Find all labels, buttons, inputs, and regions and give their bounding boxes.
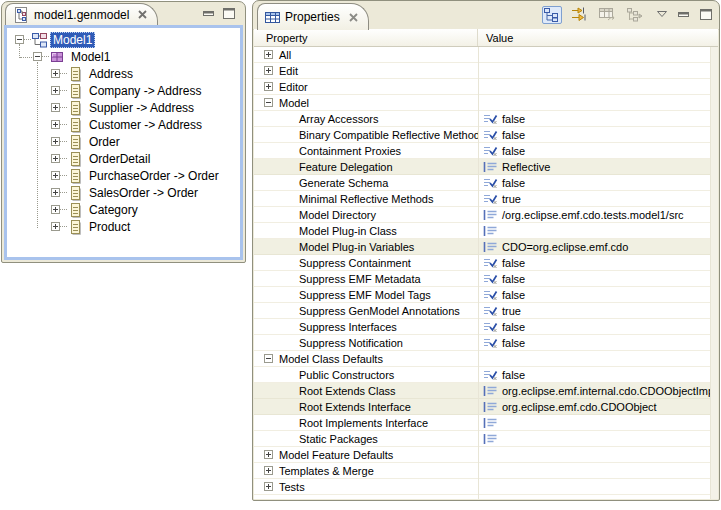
property-row[interactable]: Root Implements Interface: [254, 415, 718, 431]
tree-item[interactable]: Customer -> Address: [7, 116, 240, 133]
tree-item[interactable]: Model1: [7, 48, 240, 65]
properties-tab-close-icon[interactable]: [349, 13, 358, 22]
expand-toggle-icon[interactable]: [264, 50, 273, 59]
value-cell[interactable]: false: [478, 367, 718, 382]
expand-toggle-icon[interactable]: [264, 82, 273, 91]
property-row[interactable]: Model Plug-in Class: [254, 223, 718, 239]
value-cell[interactable]: org.eclipse.emf.cdo.CDOObject: [478, 399, 718, 414]
expand-toggle-icon[interactable]: [51, 69, 60, 78]
property-row[interactable]: Suppress Interfacesfalse: [254, 319, 718, 335]
expand-toggle-icon[interactable]: [264, 466, 273, 475]
expand-toggle-icon[interactable]: [51, 137, 60, 146]
editor-maximize-icon[interactable]: [223, 8, 235, 19]
property-row[interactable]: Suppress Containmentfalse: [254, 255, 718, 271]
category-row[interactable]: All: [254, 47, 718, 63]
pin-to-selection-button[interactable]: [625, 6, 645, 24]
value-cell[interactable]: [478, 223, 718, 238]
expand-toggle-icon[interactable]: [51, 205, 60, 214]
show-advanced-properties-button[interactable]: [569, 5, 590, 24]
value-cell[interactable]: false: [478, 271, 718, 286]
property-row[interactable]: Feature DelegationReflective: [254, 159, 718, 175]
tree-item[interactable]: Model1: [7, 31, 240, 48]
value-cell[interactable]: false: [478, 127, 718, 142]
tree-item[interactable]: SalesOrder -> Order: [7, 184, 240, 201]
editor-tab-model1-genmodel[interactable]: model1.genmodel: [5, 3, 158, 25]
tree-item[interactable]: Category: [7, 201, 240, 218]
expand-toggle-icon[interactable]: [51, 86, 60, 95]
value-cell[interactable]: CDO=org.eclipse.emf.cdo: [478, 239, 718, 254]
property-row[interactable]: Suppress EMF Metadatafalse: [254, 271, 718, 287]
value-cell[interactable]: false: [478, 255, 718, 270]
property-row[interactable]: Model Plug-in VariablesCDO=org.eclipse.e…: [254, 239, 718, 255]
expand-toggle-icon[interactable]: [51, 120, 60, 129]
property-row[interactable]: Root Extends Interfaceorg.eclipse.emf.cd…: [254, 399, 718, 415]
category-row[interactable]: Editor: [254, 79, 718, 95]
column-divider[interactable]: [478, 47, 479, 499]
properties-tab[interactable]: Properties: [257, 3, 369, 30]
editor-minimize-icon[interactable]: [203, 9, 214, 19]
value-cell[interactable]: org.eclipse.emf.internal.cdo.CDOObjectIm…: [478, 383, 718, 398]
collapse-toggle-icon[interactable]: [264, 354, 273, 363]
tree-item[interactable]: OrderDetail: [7, 150, 240, 167]
category-row[interactable]: Tests: [254, 479, 718, 495]
tree-item[interactable]: PurchaseOrder -> Order: [7, 167, 240, 184]
expand-toggle-icon[interactable]: [51, 171, 60, 180]
collapse-toggle-icon[interactable]: [15, 35, 24, 44]
value-cell[interactable]: true: [478, 191, 718, 206]
view-menu-button[interactable]: [655, 9, 669, 20]
expand-toggle-icon[interactable]: [264, 482, 273, 491]
expand-toggle-icon[interactable]: [51, 154, 60, 163]
value-cell[interactable]: true: [478, 303, 718, 318]
boolean-value-icon: [483, 289, 498, 301]
property-row[interactable]: Binary Compatible Reflective Methodsfals…: [254, 127, 718, 143]
property-row[interactable]: Public Constructorsfalse: [254, 367, 718, 383]
property-row[interactable]: Suppress EMF Model Tagsfalse: [254, 287, 718, 303]
property-row[interactable]: Suppress GenModel Annotationstrue: [254, 303, 718, 319]
collapse-toggle-icon[interactable]: [33, 52, 42, 61]
collapse-toggle-icon[interactable]: [264, 98, 273, 107]
value-text: false: [502, 145, 525, 157]
property-row[interactable]: Model Directory/org.eclipse.emf.cdo.test…: [254, 207, 718, 223]
property-row[interactable]: Static Packages: [254, 431, 718, 447]
value-cell[interactable]: false: [478, 175, 718, 190]
value-cell[interactable]: false: [478, 143, 718, 158]
restore-default-value-button[interactable]: [597, 6, 618, 24]
tree-item[interactable]: Company -> Address: [7, 82, 240, 99]
property-row[interactable]: Minimal Reflective Methodstrue: [254, 191, 718, 207]
expand-toggle-icon[interactable]: [264, 66, 273, 75]
properties-minimize-icon[interactable]: [676, 8, 691, 22]
tree-item[interactable]: Supplier -> Address: [7, 99, 240, 116]
value-cell[interactable]: /org.eclipse.emf.cdo.tests.model1/src: [478, 207, 718, 222]
properties-maximize-icon[interactable]: [698, 7, 714, 22]
value-cell[interactable]: false: [478, 319, 718, 334]
category-row[interactable]: Edit: [254, 63, 718, 79]
property-row[interactable]: Suppress Notificationfalse: [254, 335, 718, 351]
editor-tab-close-icon[interactable]: [138, 10, 147, 19]
property-row[interactable]: Containment Proxiesfalse: [254, 143, 718, 159]
expand-toggle-icon[interactable]: [264, 450, 273, 459]
column-header-property[interactable]: Property: [254, 29, 478, 46]
show-categories-button[interactable]: [542, 6, 562, 24]
value-cell[interactable]: Reflective: [478, 159, 718, 174]
category-row[interactable]: Model Feature Defaults: [254, 447, 718, 463]
expand-toggle-icon[interactable]: [51, 103, 60, 112]
expand-toggle-icon[interactable]: [51, 188, 60, 197]
expand-toggle-icon[interactable]: [51, 222, 60, 231]
value-cell[interactable]: [478, 415, 718, 430]
value-cell[interactable]: false: [478, 287, 718, 302]
value-cell[interactable]: false: [478, 335, 718, 350]
column-header-value[interactable]: Value: [478, 29, 718, 46]
property-row[interactable]: Root Extends Classorg.eclipse.emf.intern…: [254, 383, 718, 399]
property-cell: Tests: [254, 479, 478, 494]
category-row[interactable]: Model: [254, 95, 718, 111]
value-cell[interactable]: [478, 431, 718, 446]
tree-item[interactable]: Address: [7, 65, 240, 82]
tree-item[interactable]: Order: [7, 133, 240, 150]
category-row[interactable]: Model Class Defaults: [254, 351, 718, 367]
tree-item[interactable]: Product: [7, 218, 240, 235]
property-row[interactable]: Generate Schemafalse: [254, 175, 718, 191]
category-row[interactable]: Templates & Merge: [254, 463, 718, 479]
property-row[interactable]: Array Accessorsfalse: [254, 111, 718, 127]
property-label: Minimal Reflective Methods: [299, 193, 434, 205]
value-cell[interactable]: false: [478, 111, 718, 126]
